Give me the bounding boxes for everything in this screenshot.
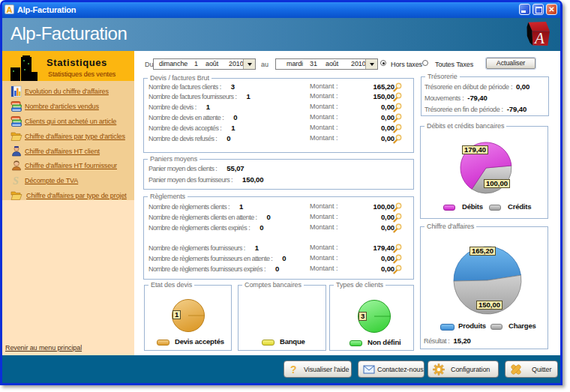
svg-text:?: ? [290, 364, 297, 376]
svg-text:S: S [13, 175, 19, 187]
svg-text:A: A [533, 29, 544, 47]
